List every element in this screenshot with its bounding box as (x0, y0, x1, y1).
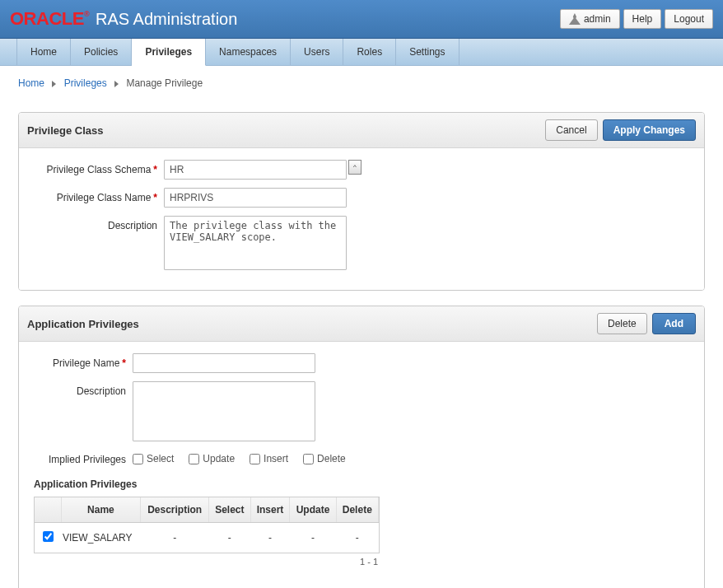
implied-label: Implied Privileges (34, 450, 133, 465)
tab-namespaces[interactable]: Namespaces (206, 39, 291, 65)
row-desc: - (141, 523, 209, 553)
chevron-right-icon (52, 81, 56, 87)
col-select[interactable]: Select (209, 497, 251, 523)
row-insert: - (250, 523, 290, 553)
table-row[interactable]: VIEW_SALARY - - - - - (35, 523, 379, 553)
priv-name-label: Privilege Name* (34, 353, 133, 369)
tab-roles[interactable]: Roles (343, 39, 396, 65)
app-title: RAS Administration (96, 10, 237, 29)
class-desc-textarea[interactable]: The privilege class with the VIEW_SALARY… (164, 216, 347, 270)
schema-lov-button[interactable]: ^ (348, 160, 362, 175)
cancel-button[interactable]: Cancel (545, 119, 597, 141)
tab-home[interactable]: Home (16, 39, 71, 65)
breadcrumb-current: Manage Privilege (126, 77, 203, 89)
schema-label: Privilege Class Schema* (34, 160, 164, 175)
row-delete: - (336, 523, 378, 553)
priv-desc-label: Description (34, 381, 133, 397)
app-priv-subheader: Application Privileges (34, 478, 689, 490)
user-menu-button[interactable]: admin (560, 9, 620, 29)
help-button[interactable]: Help (623, 9, 662, 29)
col-insert[interactable]: Insert (250, 497, 290, 523)
panel-title: Application Privileges (27, 318, 592, 330)
privilege-class-panel: Privilege Class Cancel Apply Changes Pri… (18, 112, 705, 291)
tab-settings[interactable]: Settings (396, 39, 459, 65)
class-desc-label: Description (34, 216, 164, 231)
breadcrumb: Home Privileges Manage Privilege (18, 77, 705, 89)
row-name: VIEW_SALARY (61, 523, 141, 553)
row-checkbox[interactable] (43, 531, 54, 542)
tab-users[interactable]: Users (291, 39, 343, 65)
logout-button[interactable]: Logout (665, 9, 713, 29)
priv-name-input[interactable] (133, 353, 315, 373)
chevron-up-icon: ^ (353, 161, 357, 173)
apply-changes-button[interactable]: Apply Changes (603, 119, 696, 141)
app-header: ORACLE® RAS Administration admin Help Lo… (0, 0, 723, 39)
col-select-all (35, 497, 61, 523)
delete-button[interactable]: Delete (597, 313, 647, 334)
tab-policies[interactable]: Policies (71, 39, 132, 65)
row-update: - (290, 523, 336, 553)
panel-title: Privilege Class (27, 124, 540, 137)
schema-input[interactable] (164, 160, 347, 180)
col-description[interactable]: Description (141, 497, 209, 523)
col-name[interactable]: Name (61, 497, 141, 523)
col-delete[interactable]: Delete (336, 497, 378, 523)
implied-update-checkbox[interactable]: Update (189, 453, 235, 464)
oracle-logo: ORACLE® (10, 8, 89, 30)
chevron-right-icon (114, 81, 119, 87)
implied-select-checkbox[interactable]: Select (133, 453, 174, 464)
class-name-input[interactable] (164, 188, 347, 208)
implied-delete-checkbox[interactable]: Delete (303, 453, 346, 464)
breadcrumb-home[interactable]: Home (18, 77, 44, 89)
application-privileges-panel: Application Privileges Delete Add Privil… (18, 306, 705, 588)
col-update[interactable]: Update (290, 497, 336, 523)
implied-insert-checkbox[interactable]: Insert (250, 453, 288, 464)
class-name-label: Privilege Class Name* (34, 188, 164, 203)
priv-desc-textarea[interactable] (133, 381, 315, 441)
tab-privileges[interactable]: Privileges (132, 39, 206, 66)
user-icon (569, 13, 581, 25)
breadcrumb-privileges[interactable]: Privileges (64, 77, 107, 89)
add-button[interactable]: Add (652, 313, 696, 334)
row-select: - (209, 523, 251, 553)
app-priv-table: Name Description Select Insert Update De… (34, 497, 380, 553)
main-tabs: Home Policies Privileges Namespaces User… (0, 39, 723, 66)
table-pagination: 1 - 1 (34, 553, 380, 567)
